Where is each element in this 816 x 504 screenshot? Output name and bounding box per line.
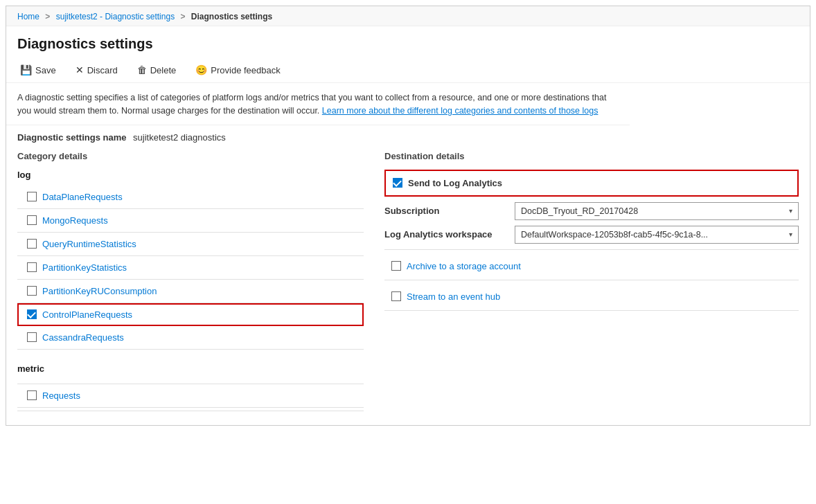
diag-name-label: Diagnostic settings name [17, 132, 126, 143]
diag-name-value: sujitketest2 diagnostics [133, 132, 226, 143]
subscription-select[interactable]: DocDB_Tryout_RD_20170428 ▾ [515, 202, 799, 220]
delete-icon: 🗑 [137, 64, 147, 75]
checkbox-dataplanerequests[interactable] [27, 192, 37, 201]
category-label-queryruntimestatistics: QueryRuntimeStatistics [42, 239, 136, 249]
breadcrumb: Home > sujitketest2 - Diagnostic setting… [6, 6, 810, 26]
bottom-divider [17, 411, 364, 411]
category-label-controlplanerequests: ControlPlaneRequests [42, 309, 132, 320]
subscription-value: DocDB_Tryout_RD_20170428 [521, 206, 638, 216]
archive-storage-label: Archive to a storage account [407, 261, 521, 271]
checkbox-requests[interactable] [27, 390, 37, 400]
feedback-icon: 😊 [195, 64, 207, 75]
checkbox-archive-storage[interactable] [391, 261, 401, 271]
workspace-label: Log Analytics workspace [384, 229, 509, 240]
category-label-mongorequests: MongoRequests [42, 215, 108, 226]
two-col-layout: Category details log DataPlaneRequests M… [6, 147, 810, 425]
feedback-button[interactable]: 😊 Provide feedback [193, 63, 283, 77]
send-to-log-analytics-label: Send to Log Analytics [408, 178, 502, 188]
category-item-mongorequests: MongoRequests [17, 209, 364, 233]
destination-details-header: Destination details [384, 151, 799, 161]
breadcrumb-current: Diagnostics settings [191, 12, 272, 21]
category-label-dataplanerequests: DataPlaneRequests [42, 192, 123, 202]
discard-button[interactable]: ✕ Discard [73, 63, 121, 77]
category-item-partitionkeyrucons: PartitionKeyRUConsumption [17, 280, 364, 303]
metric-section-row: metric [17, 350, 364, 384]
metric-section-label: metric [17, 363, 364, 374]
category-label-requests: Requests [42, 390, 80, 401]
workspace-row: Log Analytics workspace DefaultWorkspace… [384, 226, 799, 244]
stream-event-hub-row: Stream to an event hub [384, 283, 799, 311]
checkbox-stream-event-hub[interactable] [391, 291, 401, 301]
category-details-header: Category details [17, 151, 364, 161]
breadcrumb-sep1: > [45, 12, 50, 21]
left-column: Category details log DataPlaneRequests M… [17, 151, 364, 414]
learn-more-link[interactable]: Learn more about the different log categ… [322, 106, 598, 116]
category-item-controlplanerequests: ControlPlaneRequests [17, 303, 364, 326]
subscription-label: Subscription [384, 206, 509, 216]
category-item-partitionkeystatistics: PartitionKeyStatistics [17, 256, 364, 280]
breadcrumb-sep2: > [180, 12, 185, 21]
workspace-value: DefaultWorkspace-12053b8f-cab5-4f5c-9c1a… [521, 230, 708, 240]
category-item-cassandrarequests: CassandraRequests [17, 326, 364, 350]
log-section-label: log [17, 170, 364, 180]
page-title: Diagnostics settings [6, 26, 810, 59]
category-label-cassandrarequests: CassandraRequests [42, 332, 124, 343]
breadcrumb-home[interactable]: Home [17, 12, 39, 21]
diag-settings-name-row: Diagnostic settings name sujitketest2 di… [6, 125, 810, 147]
stream-event-hub-label: Stream to an event hub [407, 291, 500, 302]
category-item-queryruntimestatistics: QueryRuntimeStatistics [17, 233, 364, 256]
checkbox-mongorequests[interactable] [27, 215, 37, 225]
breadcrumb-parent[interactable]: sujitketest2 - Diagnostic settings [56, 12, 175, 21]
archive-storage-row: Archive to a storage account [384, 253, 799, 280]
workspace-select[interactable]: DefaultWorkspace-12053b8f-cab5-4f5c-9c1a… [515, 226, 799, 244]
workspace-chevron: ▾ [789, 231, 792, 238]
discard-icon: ✕ [76, 64, 84, 75]
delete-button[interactable]: 🗑 Delete [134, 63, 179, 77]
right-column: Destination details Send to Log Analytic… [384, 151, 799, 414]
right-divider1 [384, 249, 799, 250]
category-label-partitionkeystatistics: PartitionKeyStatistics [42, 262, 127, 273]
checkbox-send-log-analytics[interactable] [393, 178, 402, 188]
description-text: A diagnostic setting specifies a list of… [6, 83, 630, 125]
checkbox-controlplanerequests[interactable] [27, 309, 37, 319]
category-item-dataplanerequests: DataPlaneRequests [17, 186, 364, 209]
subscription-row: Subscription DocDB_Tryout_RD_20170428 ▾ [384, 202, 799, 220]
save-button[interactable]: 💾 Save [17, 63, 59, 77]
save-icon: 💾 [20, 64, 32, 75]
toolbar: 💾 Save ✕ Discard 🗑 Delete 😊 Provide feed… [6, 59, 810, 83]
checkbox-partitionkeyrucons[interactable] [27, 286, 37, 296]
checkbox-cassandrarequests[interactable] [27, 332, 37, 342]
checkbox-queryruntimestatistics[interactable] [27, 239, 37, 249]
category-label-partitionkeyrucons: PartitionKeyRUConsumption [42, 286, 157, 296]
send-to-log-analytics-row: Send to Log Analytics [384, 170, 799, 197]
checkbox-partitionkeystatistics[interactable] [27, 262, 37, 272]
subscription-chevron: ▾ [789, 207, 792, 215]
category-item-requests: Requests [17, 384, 364, 408]
